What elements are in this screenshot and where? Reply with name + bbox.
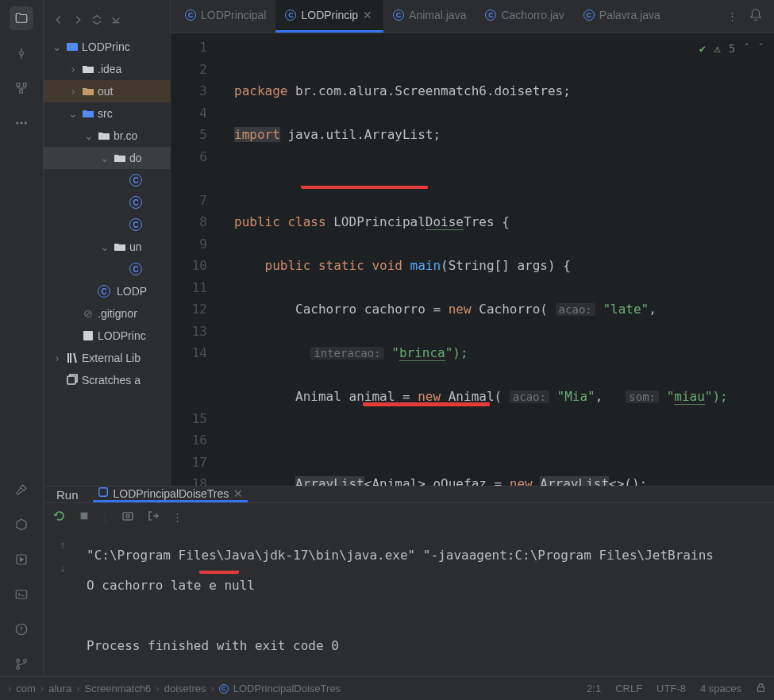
play-icon bbox=[14, 552, 29, 567]
exit-icon[interactable] bbox=[147, 510, 160, 525]
tree-package-un[interactable]: ⌄un bbox=[44, 236, 170, 258]
structure-tool-button[interactable] bbox=[10, 76, 33, 100]
left-arrow-icon[interactable] bbox=[53, 14, 64, 28]
package-icon bbox=[98, 129, 110, 142]
console-line: Process finished with exit code 0 bbox=[87, 638, 769, 653]
tab-label: Animal.java bbox=[409, 9, 466, 21]
project-tree: ⌄LODPrinc ›.idea ›out ⌄src ⌄br.co ⌄do C … bbox=[44, 0, 171, 486]
indent[interactable]: 4 spaces bbox=[700, 683, 741, 695]
vcs-tool-button[interactable] bbox=[10, 652, 33, 676]
tree-label: LODP bbox=[117, 285, 147, 298]
stop-icon[interactable] bbox=[79, 510, 90, 524]
tab-label: Palavra.java bbox=[599, 9, 660, 21]
hammer-icon bbox=[14, 483, 29, 497]
tree-package-brcom[interactable]: ⌄br.co bbox=[44, 125, 170, 147]
tree-label: un bbox=[129, 240, 142, 253]
class-icon: C bbox=[285, 10, 296, 21]
notifications-icon[interactable] bbox=[749, 8, 763, 25]
close-icon[interactable]: ✕ bbox=[233, 487, 243, 500]
run-tab-label: LODPrincipalDoiseTres bbox=[114, 487, 229, 500]
tab-palavra[interactable]: CPalavra.java bbox=[574, 0, 670, 33]
right-arrow-icon[interactable] bbox=[72, 14, 83, 28]
app-icon bbox=[98, 487, 109, 500]
class-icon: C bbox=[393, 10, 404, 21]
code-editor[interactable]: 1 2 3 4 5 6 7 8 9 10 11 12 13 1 bbox=[171, 33, 774, 486]
run-tool-button[interactable] bbox=[10, 548, 33, 571]
package-icon bbox=[114, 152, 126, 164]
breadcrumb-item[interactable]: doisetres bbox=[164, 683, 206, 694]
commit-tool-button[interactable] bbox=[10, 41, 33, 65]
close-icon[interactable]: ✕ bbox=[363, 9, 374, 21]
breadcrumb-item[interactable]: alura bbox=[48, 683, 71, 694]
rerun-icon[interactable] bbox=[53, 510, 66, 525]
tree-iml[interactable]: LODPrinc bbox=[44, 325, 170, 347]
tree-class-file[interactable]: C bbox=[44, 213, 170, 236]
svg-point-4 bbox=[17, 122, 18, 124]
services-tool-button[interactable] bbox=[10, 513, 33, 537]
run-panel-title: Run bbox=[56, 488, 79, 502]
folder-icon bbox=[14, 11, 29, 25]
breadcrumb-item[interactable]: Screenmatch6 bbox=[85, 683, 152, 694]
tree-folder-src[interactable]: ⌄src bbox=[44, 102, 170, 125]
run-panel: Run LODPrincipalDoiseTres ✕ │ ⋮ ↑ ↓ bbox=[44, 486, 774, 676]
more-tabs-icon[interactable]: ⋮ bbox=[727, 10, 737, 22]
structure-icon bbox=[14, 81, 29, 95]
tab-animal[interactable]: CAnimal.java bbox=[383, 0, 476, 33]
tree-class-lod[interactable]: CLODP bbox=[44, 280, 170, 302]
encoding[interactable]: UTF-8 bbox=[657, 683, 686, 695]
console-line: "C:\Program Files\Java\jdk-17\bin\java.e… bbox=[87, 548, 769, 563]
lock-icon[interactable] bbox=[756, 683, 766, 695]
svg-rect-18 bbox=[123, 513, 133, 520]
breadcrumb-item[interactable]: com bbox=[16, 683, 36, 694]
caret-position[interactable]: 2:1 bbox=[587, 683, 601, 695]
console-output[interactable]: "C:\Program Files\Java\jdk-17\bin\java.e… bbox=[82, 531, 774, 676]
tree-label: src bbox=[98, 107, 113, 120]
tree-scratches[interactable]: Scratches a bbox=[44, 369, 170, 391]
tab-label: LODPrincipal bbox=[201, 9, 266, 21]
annotation-mark bbox=[363, 402, 490, 406]
tree-folder-out[interactable]: ›out bbox=[44, 80, 170, 102]
code-area[interactable]: ✔⚠5ˆˇ package br.com.alura.Screenmatch6.… bbox=[221, 33, 774, 486]
tree-class-file[interactable]: C bbox=[44, 169, 170, 191]
tree-label: LODPrinc bbox=[98, 329, 146, 342]
svg-rect-16 bbox=[98, 488, 107, 497]
tree-gitignore[interactable]: ⊘.gitignor bbox=[44, 302, 170, 325]
up-icon[interactable]: ↑ bbox=[60, 539, 66, 551]
tree-label: br.co bbox=[114, 129, 137, 142]
folder-icon bbox=[82, 63, 94, 75]
tree-class-file[interactable]: C bbox=[44, 191, 170, 213]
run-config-tab[interactable]: LODPrincipalDoiseTres ✕ bbox=[93, 487, 248, 502]
project-tool-button[interactable] bbox=[10, 6, 33, 30]
problems-tool-button[interactable] bbox=[10, 617, 33, 641]
collapse-down-icon[interactable] bbox=[110, 14, 121, 28]
expand-icon[interactable] bbox=[91, 14, 102, 28]
tree-label: out bbox=[98, 85, 113, 98]
breadcrumb-item[interactable]: LODPrincipalDoiseTres bbox=[233, 683, 341, 694]
tree-folder-idea[interactable]: ›.idea bbox=[44, 58, 170, 80]
terminal-tool-button[interactable] bbox=[10, 583, 33, 606]
line-separator[interactable]: CRLF bbox=[615, 683, 642, 695]
hexagon-icon bbox=[14, 517, 29, 532]
tab-lodprincipal[interactable]: CLODPrincipal bbox=[175, 0, 275, 33]
tab-cachorro[interactable]: CCachorro.jav bbox=[476, 0, 573, 33]
svg-point-12 bbox=[24, 660, 27, 663]
svg-rect-13 bbox=[67, 43, 78, 51]
tree-external-lib[interactable]: ›External Lib bbox=[44, 347, 170, 369]
build-tool-button[interactable] bbox=[10, 478, 33, 502]
tree-package-do[interactable]: ⌄do bbox=[44, 147, 170, 169]
down-icon[interactable]: ↓ bbox=[60, 562, 66, 574]
scratch-icon bbox=[66, 374, 79, 387]
more-icon[interactable]: ⋮ bbox=[172, 511, 183, 523]
problems-indicator[interactable]: ✔⚠5ˆˇ bbox=[699, 38, 764, 60]
svg-rect-1 bbox=[17, 83, 20, 87]
tab-lodprincip-active[interactable]: CLODPrincip✕ bbox=[275, 0, 383, 33]
ignore-icon: ⊘ bbox=[82, 307, 94, 320]
screenshot-icon[interactable] bbox=[121, 510, 134, 525]
tree-root[interactable]: ⌄LODPrinc bbox=[44, 36, 170, 58]
commit-icon bbox=[14, 46, 29, 60]
class-icon: C bbox=[129, 196, 142, 209]
tree-class-file[interactable]: C bbox=[44, 258, 170, 280]
more-tool-button[interactable] bbox=[10, 111, 33, 135]
breadcrumb[interactable]: ›com ›alura ›Screenmatch6 ›doisetres ›CL… bbox=[8, 683, 580, 694]
left-toolbar bbox=[0, 0, 44, 676]
